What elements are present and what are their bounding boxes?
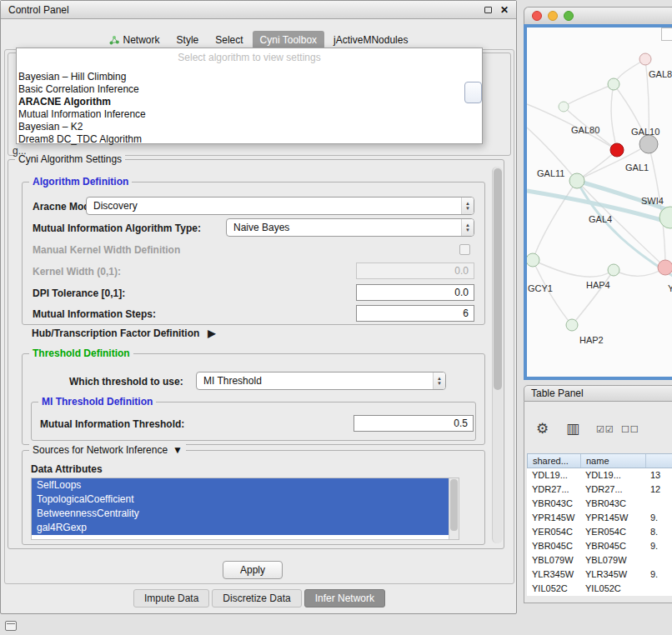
- dock-panel-icon[interactable]: [5, 621, 17, 631]
- network-node[interactable]: [608, 78, 619, 90]
- node-label: GAL4: [589, 214, 612, 224]
- hub-definition-toggle[interactable]: Hub/Transcription Factor Definition ▶: [32, 328, 216, 339]
- cell: YPR145W: [527, 511, 580, 525]
- stepper-down-icon: ▼: [465, 206, 470, 211]
- mi-algorithm-type-combobox[interactable]: Naive Bayes ▲▼: [226, 218, 474, 237]
- mi-threshold-field[interactable]: 0.5: [354, 415, 474, 432]
- scrollbar-thumb[interactable]: [450, 479, 458, 531]
- combobox-value: MI Threshold: [197, 375, 433, 387]
- network-node[interactable]: [527, 253, 539, 267]
- which-threshold-combobox[interactable]: MI Threshold ▲▼: [196, 372, 446, 390]
- cell: YBR043C: [527, 497, 580, 511]
- chevron-down-icon: ▼: [173, 444, 183, 456]
- network-node[interactable]: [639, 135, 658, 153]
- close-traffic-light[interactable]: [532, 11, 542, 21]
- list-item[interactable]: TopologicalCoefficient: [32, 492, 449, 507]
- node-label: HAP2: [579, 335, 604, 345]
- tab-jactivemnodules[interactable]: jActiveMNodules: [326, 31, 415, 49]
- which-threshold-label: Which threshold to use:: [69, 376, 183, 388]
- table-panel-titlebar[interactable]: Table Panel: [524, 385, 672, 402]
- tab-infer-network[interactable]: Infer Network: [304, 589, 385, 608]
- minimize-traffic-light[interactable]: [548, 11, 558, 21]
- settings-scrollbar[interactable]: [492, 167, 503, 543]
- table-row[interactable]: YIL052CYIL052C: [527, 582, 672, 596]
- tab-style[interactable]: Style: [169, 31, 207, 49]
- scrollbar-thumb[interactable]: [494, 168, 502, 390]
- aracne-mode-combobox[interactable]: Discovery ▲▼: [86, 197, 474, 215]
- node-label: GAL80: [571, 125, 599, 135]
- network-node[interactable]: [569, 173, 584, 188]
- network-node[interactable]: [639, 53, 651, 65]
- sources-group: Sources for Network Inference ▼ Data Att…: [22, 450, 485, 545]
- table-row[interactable]: YBR043CYBR043C: [527, 497, 672, 511]
- sources-title: Sources for Network Inference: [33, 444, 168, 456]
- combo-button-fragment[interactable]: [464, 82, 482, 103]
- table-row[interactable]: YDR27...YDR27...12: [527, 482, 672, 497]
- tab-select[interactable]: Select: [208, 31, 250, 49]
- manual-kernel-width-checkbox: [459, 244, 470, 255]
- network-node-selected[interactable]: [610, 143, 624, 157]
- gear-icon[interactable]: ⚙: [536, 420, 549, 438]
- cell: 13: [645, 468, 672, 482]
- tab-impute-data[interactable]: Impute Data: [133, 589, 209, 608]
- network-canvas[interactable]: GAL8 GAL80 GAL10 GAL11 GAL1 SWI4 GAL4 GC…: [524, 24, 672, 380]
- cell: YLR345W: [580, 568, 645, 582]
- cell: YBR045C: [527, 539, 580, 553]
- algorithm-option[interactable]: Bayesian – Hill Climbing: [17, 71, 482, 83]
- float-window-icon[interactable]: [484, 7, 492, 13]
- cell: 9.: [645, 511, 672, 525]
- table-row[interactable]: YDL19...YDL19...13: [527, 468, 672, 482]
- apply-button[interactable]: Apply: [223, 561, 283, 579]
- algorithm-option[interactable]: Basic Correlation Inference: [17, 83, 482, 96]
- table-panel-body: ⚙ ▥ ☑☑ ☐☐ shared... name YDL19...YDL19..…: [524, 402, 672, 603]
- column-header-shared-name[interactable]: shared...: [528, 454, 581, 468]
- combo-stepper-icon: ▲▼: [461, 198, 474, 214]
- sources-title-toggle[interactable]: Sources for Network Inference ▼: [29, 444, 186, 456]
- network-window-titlebar[interactable]: [524, 7, 672, 24]
- node-label: GAL10: [631, 127, 659, 137]
- list-scrollbar[interactable]: [449, 478, 459, 539]
- list-item[interactable]: gal4RGexp: [32, 521, 449, 535]
- algorithm-option-selected[interactable]: ARACNE Algorithm: [17, 96, 482, 108]
- combobox-value: Naive Bayes: [227, 222, 461, 233]
- table-row[interactable]: YBL079WYBL079W: [527, 553, 672, 568]
- kernel-width-label: Kernel Width (0,1):: [33, 266, 121, 278]
- table-row[interactable]: YLR345WYLR345W9.: [527, 568, 672, 582]
- algorithm-option[interactable]: Mutual Information Inference: [17, 108, 482, 121]
- node-label: GAL8: [649, 69, 672, 79]
- algorithm-option[interactable]: Dream8 DC_TDC Algorithm: [17, 133, 482, 146]
- zoom-traffic-light[interactable]: [564, 11, 574, 21]
- cell: YPR145W: [580, 511, 645, 525]
- tab-cyni-toolbox[interactable]: Cyni Toolbox: [253, 31, 324, 49]
- cell: YIL052C: [580, 582, 645, 596]
- column-header-partial[interactable]: [646, 454, 672, 468]
- mi-steps-field[interactable]: 6: [356, 305, 474, 322]
- node-label: Y: [668, 283, 672, 293]
- network-scrollbar-corner[interactable]: [661, 28, 672, 41]
- dpi-tolerance-field[interactable]: 0.0: [356, 284, 474, 301]
- table-row[interactable]: YBR045CYBR045C9.: [527, 539, 672, 553]
- network-node[interactable]: [566, 319, 578, 331]
- group-title: Threshold Definition: [29, 348, 133, 359]
- list-item[interactable]: SelfLoops: [32, 478, 449, 492]
- columns-icon[interactable]: ▥: [566, 420, 579, 438]
- algorithm-definition-group: Algorithm Definition Aracne Mode: Discov…: [22, 182, 485, 325]
- tab-network[interactable]: Network: [102, 31, 168, 49]
- group-title: MI Threshold Definition: [38, 396, 156, 408]
- table-row[interactable]: YPR145WYPR145W9.: [527, 511, 672, 525]
- control-panel-titlebar[interactable]: Control Panel ✕: [1, 1, 516, 19]
- network-icon: [109, 35, 119, 45]
- network-node[interactable]: [608, 264, 619, 276]
- tab-discretize-data[interactable]: Discretize Data: [212, 589, 301, 608]
- cell: YDR27...: [580, 482, 645, 497]
- table-row[interactable]: YER054CYER054C8.: [527, 525, 672, 539]
- algorithm-option[interactable]: Bayesian – K2: [17, 121, 482, 133]
- close-icon[interactable]: ✕: [500, 5, 509, 15]
- dropdown-options: Bayesian – Hill Climbing Basic Correlati…: [17, 71, 482, 146]
- select-all-icon[interactable]: ☑☑: [596, 424, 614, 435]
- list-item[interactable]: BetweennessCentrality: [32, 507, 449, 521]
- network-node[interactable]: [658, 260, 672, 275]
- deselect-all-icon[interactable]: ☐☐: [621, 424, 639, 435]
- network-node[interactable]: [559, 102, 569, 112]
- column-header-name[interactable]: name: [581, 454, 646, 468]
